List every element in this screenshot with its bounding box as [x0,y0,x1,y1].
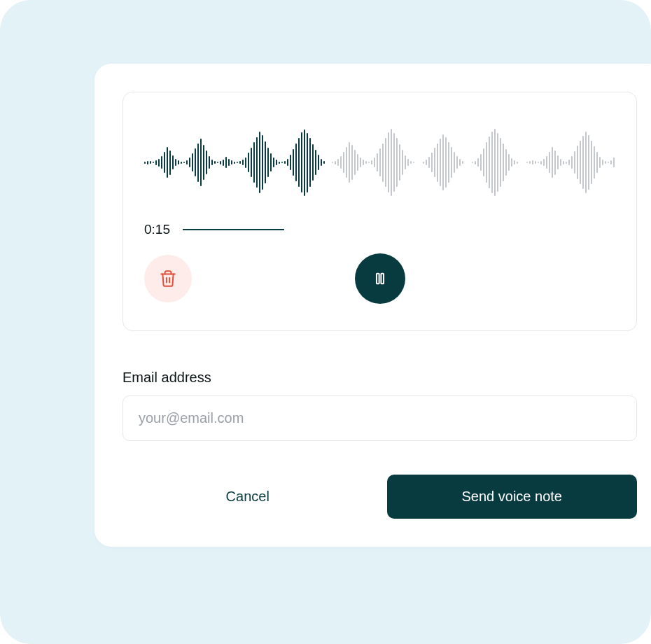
email-field[interactable] [122,396,637,441]
delete-button[interactable] [144,255,192,302]
recording-panel: 0:15 [122,92,637,331]
svg-rect-3 [381,274,384,284]
voice-note-card: 0:15 [94,64,651,547]
cancel-button[interactable]: Cancel [122,475,373,519]
trash-icon [159,270,177,288]
pause-icon [372,271,388,286]
email-label: Email address [122,370,637,386]
elapsed-time: 0:15 [144,222,170,237]
action-buttons: Cancel Send voice note [122,475,637,519]
playback-progress: 0:15 [144,222,615,237]
progress-indicator[interactable] [183,229,284,230]
pause-button[interactable] [355,253,405,304]
recorder-controls [144,255,615,302]
svg-rect-2 [376,274,379,284]
send-button[interactable]: Send voice note [387,475,638,519]
app-background: 0:15 [0,0,651,644]
waveform-display[interactable] [144,124,615,201]
